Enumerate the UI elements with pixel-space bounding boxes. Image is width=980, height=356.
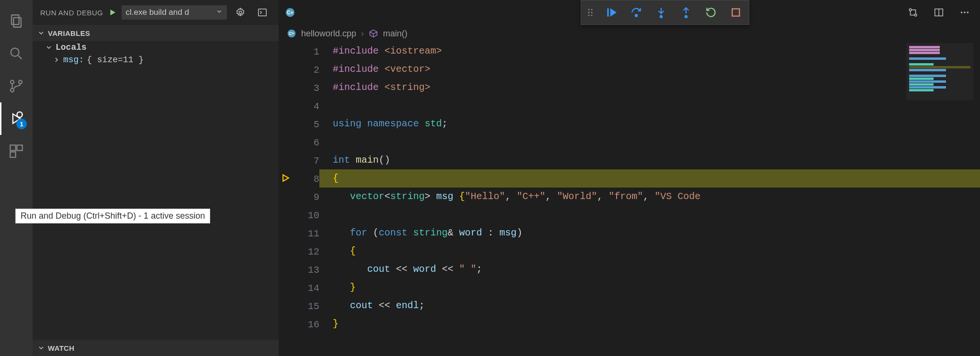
search-tab[interactable]	[0, 37, 33, 70]
svg-point-28	[588, 15, 590, 16]
step-into-icon	[655, 6, 667, 19]
explorer-tab[interactable]	[0, 5, 33, 37]
breadcrumb[interactable]: C+ helloworld.cpp › main()	[279, 25, 980, 42]
chevron-down-icon	[37, 344, 45, 352]
code-editor[interactable]: 12345678910111213141516 #include <iostre…	[279, 42, 980, 356]
watch-label: WATCH	[48, 344, 74, 352]
step-into-button[interactable]	[654, 5, 668, 20]
source-control-tab[interactable]	[0, 70, 33, 102]
code-line[interactable]: int main()	[333, 151, 980, 169]
step-over-button[interactable]	[629, 5, 643, 20]
svg-line-3	[18, 56, 22, 59]
debug-config-select[interactable]: cl.exe build and d	[122, 5, 227, 20]
cpp-file-icon: C+	[285, 7, 295, 18]
svg-point-26	[588, 12, 590, 13]
code-line[interactable]: {	[333, 242, 980, 260]
code-line[interactable]	[333, 97, 980, 115]
variables-section[interactable]: VARIABLES	[33, 25, 279, 41]
variables-label: VARIABLES	[48, 29, 90, 37]
code-line[interactable]	[333, 133, 980, 151]
method-icon	[369, 29, 378, 38]
split-icon	[934, 7, 944, 18]
breadcrumb-separator: ›	[361, 29, 364, 39]
code-line[interactable]: #include <string>	[333, 78, 980, 97]
execution-pointer-icon	[281, 173, 291, 185]
debug-config-label: cl.exe build and d	[126, 8, 189, 17]
locals-label: Locals	[56, 43, 87, 52]
debug-header: RUN AND DEBUG cl.exe build and d	[33, 0, 279, 25]
compare-button[interactable]	[904, 4, 922, 21]
svg-point-24	[588, 9, 590, 11]
chevron-down-icon	[45, 44, 53, 51]
svg-point-27	[591, 12, 593, 13]
drag-handle-icon[interactable]	[587, 8, 594, 17]
svg-point-25	[591, 9, 593, 11]
svg-point-18	[914, 14, 917, 16]
split-editor-button[interactable]	[930, 4, 947, 21]
svg-point-32	[635, 14, 637, 16]
svg-marker-31	[610, 8, 617, 16]
code-line[interactable]: using namespace std;	[333, 115, 980, 133]
svg-point-17	[909, 9, 912, 11]
code-line[interactable]: {	[319, 169, 980, 188]
debug-badge: 1	[16, 119, 27, 129]
svg-rect-30	[607, 8, 608, 16]
search-icon	[8, 45, 24, 62]
chevron-right-icon	[53, 56, 60, 64]
debug-side-panel: RUN AND DEBUG cl.exe build and d VARIABL…	[33, 0, 279, 356]
code-line[interactable]: #include <iostream>	[333, 42, 980, 60]
locals-scope[interactable]: Locals	[33, 41, 279, 54]
activity-bar: 1	[0, 0, 33, 356]
files-icon	[8, 13, 24, 29]
svg-rect-1	[13, 18, 21, 27]
svg-point-13	[239, 11, 242, 14]
extensions-tab[interactable]	[0, 135, 33, 167]
run-debug-tab[interactable]: 1	[0, 102, 33, 135]
code-line[interactable]: }	[333, 315, 980, 333]
cpp-file-icon: C+	[287, 29, 296, 38]
svg-point-23	[967, 11, 969, 13]
breadcrumb-file[interactable]: helloworld.cpp	[301, 29, 356, 39]
svg-rect-11	[10, 152, 15, 157]
svg-point-2	[11, 48, 19, 56]
restart-icon	[705, 6, 717, 19]
code-line[interactable]: cout << endl;	[333, 297, 980, 315]
stop-button[interactable]	[729, 5, 743, 20]
svg-point-21	[961, 11, 962, 13]
code-line[interactable]: vector<string> msg {"Hello", "C++", "Wor…	[333, 188, 980, 206]
variable-name: msg:	[63, 55, 84, 65]
svg-rect-14	[259, 9, 267, 16]
code-content[interactable]: #include <iostream>#include <vector>#inc…	[319, 42, 980, 356]
settings-button[interactable]	[232, 4, 249, 21]
code-line[interactable]: cout << word << " ";	[333, 260, 980, 278]
debug-console-button[interactable]	[254, 4, 271, 21]
svg-rect-9	[10, 145, 15, 150]
line-number-gutter[interactable]: 12345678910111213141516	[293, 42, 319, 356]
code-line[interactable]: }	[333, 278, 980, 297]
variable-row-msg[interactable]: msg: { size=11 }	[33, 54, 279, 66]
step-over-icon	[630, 6, 642, 19]
chevron-down-icon	[216, 8, 223, 17]
start-debug-icon[interactable]	[108, 8, 117, 17]
step-out-button[interactable]	[679, 5, 693, 20]
variables-tree: Locals msg: { size=11 }	[33, 41, 279, 340]
debug-toolbar[interactable]	[581, 0, 749, 25]
svg-point-29	[591, 15, 593, 16]
code-line[interactable]: #include <vector>	[333, 60, 980, 78]
svg-text:C+: C+	[289, 31, 294, 36]
code-line[interactable]	[333, 206, 980, 224]
breadcrumb-symbol[interactable]: main()	[383, 29, 407, 39]
minimap[interactable]	[906, 43, 973, 100]
compare-icon	[908, 7, 918, 18]
svg-point-5	[11, 89, 14, 92]
variable-value: { size=11 }	[87, 55, 144, 65]
continue-button[interactable]	[604, 5, 619, 20]
svg-point-4	[11, 80, 14, 84]
svg-point-34	[660, 16, 662, 18]
svg-point-6	[19, 80, 22, 84]
more-button[interactable]	[956, 4, 973, 21]
code-line[interactable]: for (const string& word : msg)	[333, 224, 980, 242]
restart-button[interactable]	[704, 5, 718, 20]
watch-section[interactable]: WATCH	[33, 340, 279, 356]
terminal-icon	[257, 7, 268, 18]
